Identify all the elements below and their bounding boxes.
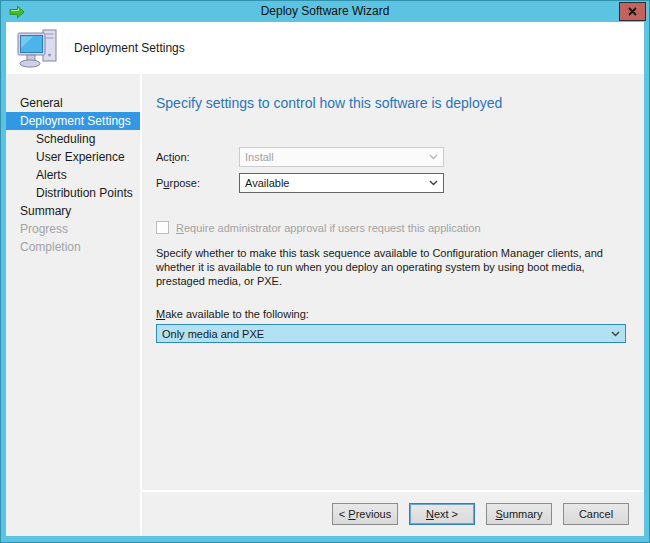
sidebar-item-summary[interactable]: Summary <box>6 202 140 220</box>
chevron-down-icon <box>429 154 438 160</box>
close-button[interactable] <box>619 2 646 21</box>
wizard-page-content: Specify settings to control how this sof… <box>142 74 644 490</box>
make-available-dropdown[interactable]: Only media and PXE <box>156 324 626 343</box>
next-button[interactable]: Next > <box>409 503 475 525</box>
chevron-down-icon <box>611 331 620 337</box>
purpose-label: Purpose: <box>156 177 239 189</box>
purpose-dropdown[interactable]: Available <box>239 173 444 193</box>
titlebar[interactable]: Deploy Software Wizard <box>1 1 649 22</box>
action-label: Action: <box>156 151 239 163</box>
window-inner-frame: Deployment Settings General Deployment S… <box>6 22 644 536</box>
make-available-value: Only media and PXE <box>162 328 607 340</box>
task-sequence-description: Specify whether to make this task sequen… <box>156 246 636 288</box>
sidebar-item-scheduling[interactable]: Scheduling <box>6 130 140 148</box>
sidebar-item-user-experience[interactable]: User Experience <box>6 148 140 166</box>
computer-icon <box>16 27 62 69</box>
sidebar-item-progress: Progress <box>6 220 140 238</box>
window-title: Deploy Software Wizard <box>1 1 649 22</box>
require-approval-checkbox <box>156 221 169 234</box>
require-approval-label: Require administrator approval if users … <box>176 222 481 234</box>
require-approval-row: Require administrator approval if users … <box>156 221 644 234</box>
sidebar-item-deployment-settings[interactable]: Deployment Settings <box>6 112 140 130</box>
sidebar-item-alerts[interactable]: Alerts <box>6 166 140 184</box>
purpose-row: Purpose: Available <box>156 173 644 193</box>
action-dropdown: Install <box>239 147 444 167</box>
cancel-button[interactable]: Cancel <box>563 503 629 525</box>
make-available-label: Make available to the following: <box>156 308 644 320</box>
banner-page-title: Deployment Settings <box>74 41 185 55</box>
previous-button[interactable]: < Previous <box>332 503 398 525</box>
wizard-steps-sidebar: General Deployment Settings Scheduling U… <box>6 74 140 536</box>
close-icon <box>628 7 637 16</box>
wizard-green-arrow-icon <box>9 5 25 19</box>
summary-button[interactable]: Summary <box>486 503 552 525</box>
action-row: Action: Install <box>156 147 644 167</box>
sidebar-item-general[interactable]: General <box>6 94 140 112</box>
page-heading: Specify settings to control how this sof… <box>156 95 644 111</box>
action-value: Install <box>245 151 425 163</box>
wizard-page-banner: Deployment Settings <box>6 22 644 74</box>
deploy-software-wizard-window: Deploy Software Wizard <box>0 0 650 543</box>
purpose-value: Available <box>245 177 425 189</box>
sidebar-item-distribution-points[interactable]: Distribution Points <box>6 184 140 202</box>
chevron-down-icon <box>429 180 438 186</box>
sidebar-item-completion: Completion <box>6 238 140 256</box>
wizard-footer: < Previous Next > Summary Cancel <box>142 492 644 536</box>
